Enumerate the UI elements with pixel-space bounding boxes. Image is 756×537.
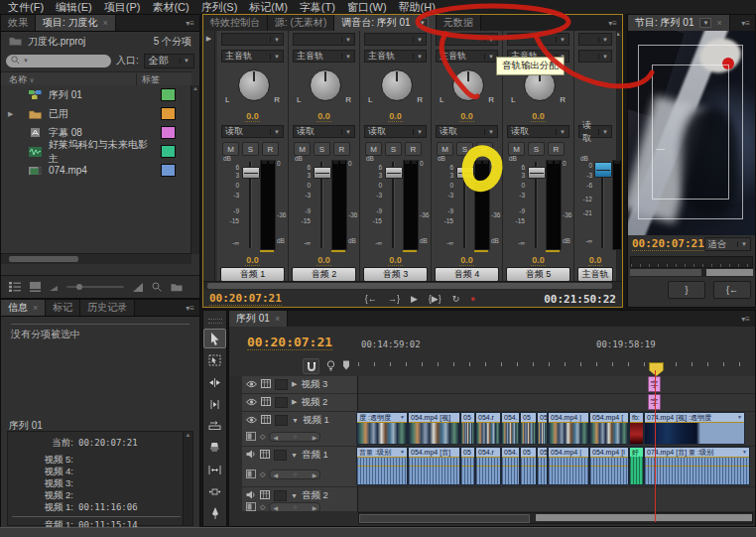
timeline-clip[interactable]: 05 — [460, 447, 475, 485]
collapse-triangle-icon[interactable]: ▶ — [292, 380, 297, 388]
solo-button[interactable]: S — [456, 142, 473, 156]
pan-knob[interactable] — [310, 69, 341, 101]
sync-lock-icon[interactable] — [260, 450, 270, 461]
level-value[interactable]: 0.0 — [432, 255, 502, 265]
mixer-expand-rail[interactable]: ▶ — [203, 31, 215, 281]
automation-mode-dropdown[interactable]: 读取▼ — [293, 125, 355, 138]
column-name[interactable]: 名称 ∨ — [1, 73, 136, 86]
mute-button[interactable]: M — [508, 142, 525, 156]
track-lock-toggle[interactable] — [274, 450, 287, 461]
program-scrollbar[interactable] — [630, 268, 753, 277]
go-to-out-bracket-button[interactable]: } — [668, 281, 705, 299]
keyframe-navigator[interactable]: ◀○▶ — [269, 502, 320, 512]
panel-menu-icon[interactable]: ▾≡ — [603, 15, 622, 31]
record-arm-button[interactable]: R — [548, 142, 565, 156]
timeline-clip[interactable]: 05 — [460, 412, 475, 445]
mute-button[interactable]: M — [294, 142, 311, 156]
play-in-to-out-button[interactable]: {▶} — [429, 294, 441, 304]
list-view-icon[interactable] — [9, 282, 21, 292]
collapse-triangle-icon[interactable]: ▼ — [291, 492, 298, 499]
program-mini-ruler[interactable] — [630, 256, 753, 268]
menu-item-6[interactable]: 字幕(T) — [294, 0, 341, 15]
level-value[interactable]: 0.0 — [289, 255, 359, 265]
keyframe-diamond-icon[interactable]: ◇ — [260, 470, 265, 478]
toggle-track-audio-icon[interactable] — [246, 450, 256, 461]
search-input[interactable]: ▼ — [6, 55, 111, 67]
sync-lock-icon[interactable] — [260, 490, 270, 501]
panel-menu-icon[interactable]: ▾≡ — [736, 311, 755, 327]
slide-tool[interactable] — [203, 481, 226, 501]
output-assign-dropdown[interactable]: 主音轨▼ — [436, 50, 498, 63]
keyframe-diamond-icon[interactable]: ◇ — [260, 503, 265, 511]
label-color-swatch[interactable] — [161, 126, 176, 139]
timeline-clip[interactable]: 05 — [520, 447, 537, 485]
pan-knob[interactable] — [238, 69, 270, 101]
project-item-row[interactable]: 序列 01 — [1, 85, 191, 104]
find-icon[interactable] — [152, 282, 162, 292]
go-to-out-button[interactable]: →} — [388, 294, 400, 304]
timeline-clip[interactable]: 05 — [537, 447, 548, 485]
fader-handle[interactable] — [456, 167, 474, 179]
effects-sends-dropdown[interactable]: ▼ — [507, 33, 569, 46]
toggle-track-output-icon[interactable] — [246, 379, 257, 390]
snap-icon[interactable] — [303, 358, 319, 374]
track-content[interactable]: 字 — [358, 376, 755, 394]
timeline-clip[interactable]: 05 — [537, 412, 548, 445]
set-display-style-icon[interactable] — [246, 432, 256, 443]
program-tab-0[interactable]: 节目: 序列 01▼× — [628, 15, 730, 31]
mixer-tab-3[interactable]: 元数据 — [437, 15, 481, 31]
menu-item-7[interactable]: 窗口(W) — [341, 0, 393, 15]
timeline-horizontal-scrollbar[interactable] — [358, 512, 753, 524]
track-content[interactable]: 度 :透明度▼054.mp4 [视]05054.r054.0505054.mp4… — [358, 412, 755, 447]
info-tab-1[interactable]: 标记 — [46, 300, 80, 316]
timeline-clip[interactable]: 054. — [501, 412, 520, 445]
track-lock-toggle[interactable] — [275, 379, 288, 390]
track-name-button[interactable]: 音频 5 — [506, 267, 570, 282]
fader-handle[interactable] — [528, 167, 546, 179]
sync-lock-icon[interactable] — [261, 397, 271, 408]
project-item-row[interactable]: ▶已用 — [1, 104, 191, 123]
timeline-ruler[interactable] — [358, 354, 755, 366]
effects-sends-dropdown[interactable]: ▼ — [436, 33, 498, 46]
project-item-row[interactable]: 074.mp4 — [1, 161, 191, 180]
solo-button[interactable]: S — [528, 142, 545, 156]
sync-lock-icon[interactable] — [261, 415, 271, 426]
panel-menu-icon[interactable]: ▾≡ — [181, 300, 199, 316]
timeline-clip[interactable]: 054.mp4 [音] — [408, 447, 460, 485]
playhead-line[interactable] — [655, 370, 656, 522]
toggle-track-audio-icon[interactable] — [246, 490, 256, 501]
track-name-button[interactable]: 音频 1 — [220, 267, 285, 282]
panel-menu-icon[interactable]: ▾≡ — [181, 15, 199, 31]
mute-button[interactable]: M — [222, 142, 239, 156]
fader-track[interactable] — [246, 162, 254, 248]
new-bin-icon[interactable] — [171, 282, 183, 292]
pen-tool[interactable] — [203, 503, 226, 523]
track-name-button[interactable]: 音频 2 — [292, 267, 356, 282]
fader-track[interactable] — [460, 162, 468, 248]
project-tab-1[interactable]: 项目: 刀度化× — [36, 15, 116, 31]
output-assign-dropdown[interactable]: 主音轨▼ — [293, 50, 355, 63]
fader-track[interactable] — [598, 162, 606, 248]
selection-tool[interactable] — [203, 329, 226, 348]
zoom-level-dropdown[interactable]: 适合 ▼ — [704, 237, 751, 251]
level-value[interactable]: 0.0 — [360, 255, 431, 265]
keyframe-navigator[interactable]: ◀○▶ — [269, 470, 320, 479]
project-vertical-scrollbar[interactable]: ▲ — [190, 85, 199, 254]
level-value[interactable]: 0.0 — [503, 255, 573, 265]
track-lock-toggle[interactable] — [274, 490, 287, 501]
record-button[interactable]: ● — [470, 294, 475, 304]
label-color-swatch[interactable] — [161, 164, 176, 177]
menu-item-4[interactable]: 序列(S) — [195, 0, 244, 15]
pan-value[interactable]: 0.0 — [289, 111, 359, 121]
project-horizontal-scrollbar[interactable] — [1, 253, 191, 264]
collapse-triangle-icon[interactable]: ▶ — [292, 398, 297, 406]
timeline-clip[interactable]: 好 — [629, 447, 644, 485]
menu-item-3[interactable]: 素材(C) — [146, 0, 194, 15]
panel-grip[interactable] — [208, 319, 222, 324]
marker-icon[interactable] — [342, 360, 350, 372]
timeline-clip[interactable]: 054.r — [475, 447, 501, 485]
zoom-out-triangle-icon[interactable] — [50, 284, 58, 291]
track-content[interactable]: 音量 :级别▼054.mp4 [音]05054.r054.0505054.mp4… — [358, 447, 755, 487]
zoom-slider[interactable] — [66, 286, 124, 288]
track-content[interactable] — [358, 487, 755, 512]
